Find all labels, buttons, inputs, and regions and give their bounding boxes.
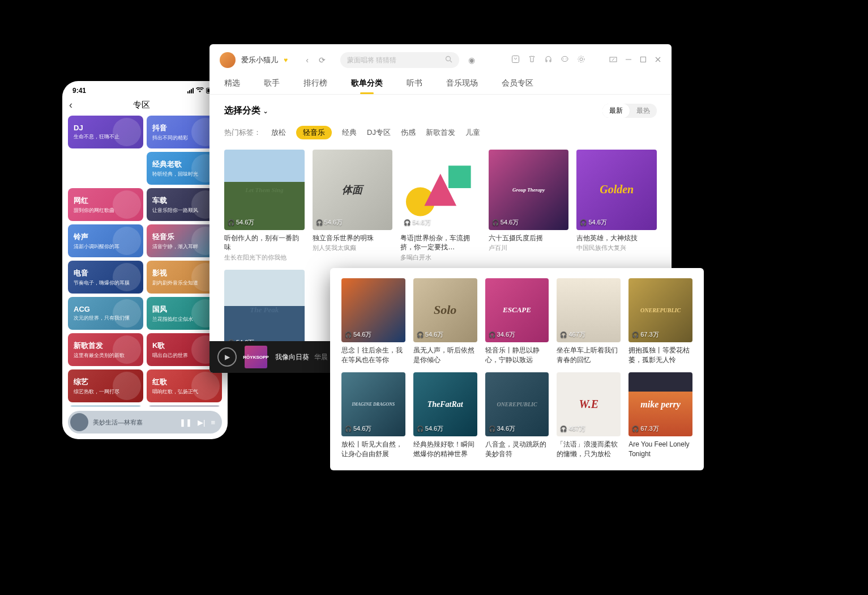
playlist-card[interactable]: mike perry67.3万Are You Feel Lonely Tonig… [628, 372, 692, 458]
category-card[interactable]: 新歌首发这里有最全类别的新歌 [68, 333, 143, 366]
category-card[interactable]: 铃声清新小调叫醒你的耳 [68, 224, 143, 257]
phone-mini-player[interactable]: 美妙生活—林宥嘉 ❚❚ ▶| ≡ [68, 411, 222, 434]
tab-6[interactable]: 会员专区 [502, 78, 533, 94]
playlist-card[interactable]: Let Them Sing54.6万听创作人的，别有一番韵味生长在阳光下的你我他 [224, 150, 305, 262]
tuner-icon[interactable]: ◉ [468, 56, 475, 65]
play-count: 54.6万 [345, 424, 371, 433]
category-card[interactable]: DJ生命不息，狂嗨不止 [68, 116, 143, 148]
playlist-card[interactable]: TheFatRat54.6万经典热辣好歌！瞬间燃爆你的精神世界 [413, 372, 477, 458]
skin-icon[interactable] [528, 55, 536, 65]
username[interactable]: 爱乐小猫儿 [241, 55, 278, 65]
playlist-title: 坐在单车上听着我们青春的回忆 [557, 346, 621, 365]
play-count: 467万 [560, 330, 585, 339]
play-count: 34.6万 [489, 330, 515, 339]
tab-3[interactable]: 歌单分类 [351, 78, 383, 94]
playlist-card[interactable]: W.E467万「法语」浪漫而柔软的慵懒，只为放松 [557, 372, 621, 458]
category-card[interactable]: 综艺综艺热歌，一网打尽 [68, 369, 143, 402]
category-card[interactable]: 网红甜到你的网红歌曲 [68, 188, 143, 221]
theme-icon[interactable] [511, 55, 520, 65]
headphone-icon[interactable] [544, 55, 553, 65]
tags-label: 热门标签： [224, 128, 261, 138]
play-count: 54.6万 [404, 218, 430, 227]
mini-mode-icon[interactable] [609, 56, 617, 65]
now-playing-art[interactable]: RÖYKSOPP [245, 346, 267, 368]
playlist-card[interactable]: 体面54.6万独立音乐世界的明珠别人笑我太疯癫 [313, 150, 393, 262]
play-button[interactable]: ▶ [217, 347, 237, 367]
playlist-icon[interactable]: ≡ [211, 418, 215, 427]
playlist-cover: 54.6万 [341, 278, 405, 342]
settings-icon[interactable] [577, 55, 585, 65]
search-icon[interactable] [445, 56, 452, 65]
floating-grid: 54.6万思念丨往后余生，我在等风也在等你Solo54.6万虽无人声，听后依然是… [341, 278, 692, 459]
next-icon[interactable]: ▶| [198, 418, 205, 427]
sort-option[interactable]: 最热 [630, 104, 657, 118]
playlist-cover: Solo54.6万 [413, 278, 477, 342]
playlist-card[interactable]: ONEREPUBLIC34.6万八音盒，灵动跳跃的美妙音符 [485, 372, 549, 458]
playlist-card[interactable]: 467万坐在单车上听着我们青春的回忆 [557, 278, 621, 364]
play-count: 67.3万 [632, 330, 659, 339]
play-count: 467万 [560, 424, 585, 433]
playlist-card[interactable]: Golden54.6万吉他英雄，大神炫技中国民族伟大复兴 [576, 150, 657, 262]
playlist-card[interactable]: Solo54.6万虽无人声，听后依然是你倾心 [413, 278, 477, 364]
minimize-icon[interactable] [625, 56, 632, 65]
playlist-title: 轻音乐丨静思以静心，宁静以致远 [485, 346, 549, 365]
tag[interactable]: 经典 [342, 128, 357, 138]
play-count: 54.6万 [228, 218, 254, 227]
playlist-title: 拥抱孤独丨等爱花枯萎，孤影无人怜 [628, 346, 692, 365]
svg-point-3 [562, 57, 568, 62]
svg-rect-14 [448, 165, 471, 188]
category-card[interactable]: 红歌唱响红歌，弘扬正气 [147, 369, 222, 402]
tag[interactable]: 新歌首发 [426, 128, 455, 138]
playlist-cover: 体面54.6万 [313, 150, 393, 230]
playlist-card[interactable]: 54.6万粤语|世界纷杂，车流拥挤，你一定要找…多喝白开水 [400, 150, 481, 262]
tab-5[interactable]: 音乐现场 [446, 78, 478, 94]
playlist-subtitle: 多喝白开水 [400, 253, 481, 262]
tab-0[interactable]: 精选 [224, 78, 240, 94]
tag[interactable]: 儿童 [465, 128, 480, 138]
close-icon[interactable] [655, 56, 661, 65]
now-playing-title: 美妙生活—林宥嘉 [93, 418, 179, 427]
playlist-title: 吉他英雄，大神炫技 [576, 233, 657, 243]
playlist-cover: The Peak54.6万 [224, 270, 305, 341]
nav-refresh-icon[interactable]: ⟳ [317, 56, 328, 65]
playlist-card[interactable]: ONEREPUBLIC67.3万拥抱孤独丨等爱花枯萎，孤影无人怜 [628, 278, 692, 364]
play-count: 54.6万 [316, 218, 343, 227]
playlist-subtitle: 卢百川 [489, 244, 569, 252]
phone-status-bar: 9:41 [62, 81, 228, 96]
category-card[interactable]: ACG次元的世界，只有我们懂 [68, 297, 143, 330]
playlist-card[interactable]: IMAGINE DRAGONS54.6万放松丨听见大自然，让身心自由舒展 [341, 372, 405, 458]
tag[interactable]: 放松 [271, 128, 286, 138]
phone-mockup: 9:41 ‹ 专区 DJ生命不息，狂嗨不止抖音抖出不同的精彩经典老歌聆听经典，回… [62, 81, 228, 439]
user-avatar[interactable] [220, 52, 236, 68]
search-input[interactable]: 蒙面唱将 猜猜猜 [340, 52, 459, 68]
message-icon[interactable] [561, 55, 569, 65]
nav-back-icon[interactable]: ‹ [303, 56, 311, 65]
category-card[interactable]: 电音节奏电子，嗨爆你的耳膜 [68, 261, 143, 294]
chevron-down-icon[interactable]: ⌄ [263, 107, 268, 115]
tag[interactable]: DJ专区 [367, 128, 391, 138]
playlist-cover: IMAGINE DRAGONS54.6万 [341, 372, 405, 436]
playlist-cover: 54.6万 [400, 150, 481, 230]
tab-4[interactable]: 听书 [407, 78, 422, 94]
tag[interactable]: 伤感 [401, 128, 416, 138]
pause-icon[interactable]: ❚❚ [179, 418, 192, 427]
play-count: 54.6万 [580, 218, 606, 227]
category-card[interactable]: Vlog音乐你的专属短视频配乐 [147, 406, 222, 406]
sort-toggle[interactable]: 最新最热 [602, 104, 657, 118]
maximize-icon[interactable] [640, 56, 647, 65]
playlist-card[interactable]: ESCAPE34.6万轻音乐丨静思以静心，宁静以致远 [485, 278, 549, 364]
tag[interactable]: 轻音乐 [296, 126, 332, 139]
tab-1[interactable]: 歌手 [264, 78, 280, 94]
playlist-cover: Group Therapy54.6万 [489, 150, 569, 230]
sort-option[interactable]: 最新 [602, 104, 630, 118]
playlist-cover: 467万 [557, 278, 621, 342]
category-card[interactable]: 悬疑推理来听点"刺激"的吧 [68, 406, 143, 406]
tab-2[interactable]: 排行榜 [303, 78, 327, 94]
playlist-card[interactable]: The Peak54.6万 [224, 270, 305, 341]
playlist-subtitle: 别人笑我太疯癫 [313, 244, 393, 252]
play-count: 54.6万 [417, 330, 443, 339]
playlist-card[interactable]: Group Therapy54.6万六十五摄氏度后摇卢百川 [489, 150, 569, 262]
playlist-card[interactable]: 54.6万思念丨往后余生，我在等风也在等你 [341, 278, 405, 364]
svg-point-6 [580, 58, 583, 61]
category-selector-label[interactable]: 选择分类 [224, 105, 260, 117]
